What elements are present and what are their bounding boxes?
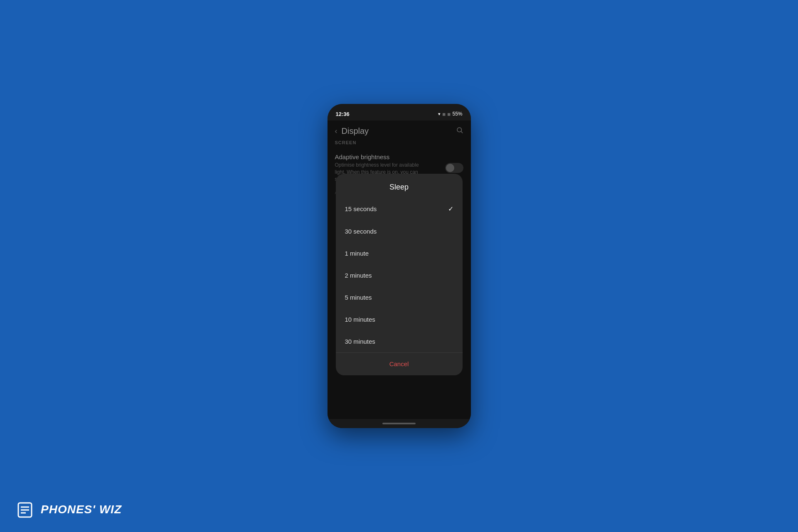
cancel-button[interactable]: Cancel: [336, 353, 463, 375]
option-15-seconds[interactable]: 15 seconds ✓: [336, 197, 463, 220]
watermark: PHONES' WIZ: [17, 500, 122, 520]
phone-frame: 12:36 ▾ ◼ ◼ 55% ‹ Display SCREEN: [328, 104, 471, 428]
option-2-minutes[interactable]: 2 minutes: [336, 264, 463, 286]
option-10-minutes[interactable]: 10 minutes: [336, 308, 463, 330]
status-time: 12:36: [336, 111, 350, 117]
option-15-seconds-label: 15 seconds: [345, 205, 377, 212]
option-30-seconds-label: 30 seconds: [345, 228, 377, 235]
option-2-minutes-label: 2 minutes: [345, 272, 372, 279]
option-10-minutes-label: 10 minutes: [345, 316, 375, 323]
wifi-icon: ▾: [438, 111, 441, 117]
option-30-minutes[interactable]: 30 minutes: [336, 330, 463, 352]
option-5-minutes[interactable]: 5 minutes: [336, 286, 463, 308]
option-30-seconds[interactable]: 30 seconds: [336, 220, 463, 242]
option-30-minutes-label: 30 minutes: [345, 338, 375, 345]
nav-indicator: [382, 423, 416, 424]
option-1-minute[interactable]: 1 minute: [336, 242, 463, 264]
status-icons: ▾ ◼ ◼ 55%: [438, 111, 462, 117]
signal2-icon: ◼: [447, 112, 451, 116]
watermark-text: PHONES' WIZ: [41, 503, 122, 516]
sleep-dialog: Sleep 15 seconds ✓ 30 seconds 1 minute 2…: [336, 174, 463, 375]
nav-bar: [328, 419, 471, 428]
settings-screen: ‹ Display SCREEN Adaptive brightness Opt…: [328, 121, 471, 428]
dialog-title: Sleep: [336, 174, 463, 197]
cancel-label: Cancel: [389, 360, 409, 367]
checkmark-icon: ✓: [448, 205, 453, 213]
option-1-minute-label: 1 minute: [345, 250, 369, 257]
option-5-minutes-label: 5 minutes: [345, 294, 372, 301]
battery-text: 55%: [452, 111, 462, 117]
status-bar: 12:36 ▾ ◼ ◼ 55%: [328, 104, 471, 121]
signal1-icon: ◼: [442, 112, 446, 116]
dialog-overlay: Sleep 15 seconds ✓ 30 seconds 1 minute 2…: [328, 121, 471, 428]
